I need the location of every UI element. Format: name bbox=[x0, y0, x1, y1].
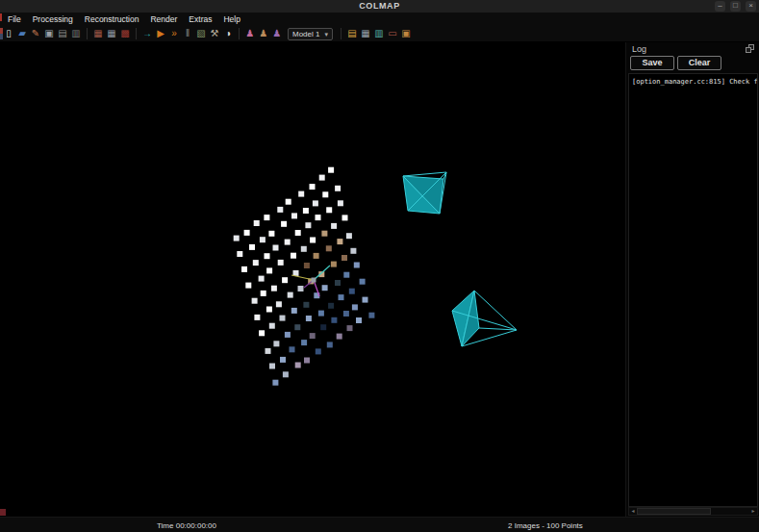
scroll-right-icon[interactable]: ▸ bbox=[749, 508, 757, 515]
point-cloud-point bbox=[316, 348, 321, 354]
point-cloud-point bbox=[322, 191, 328, 197]
edit-project-icon[interactable]: ✎ bbox=[30, 28, 42, 40]
point-cloud-point bbox=[277, 207, 283, 213]
menu-help[interactable]: Help bbox=[217, 13, 245, 26]
point-cloud-point bbox=[326, 207, 332, 213]
minimize-button[interactable]: – bbox=[715, 1, 725, 12]
point-cloud-point bbox=[261, 291, 266, 296]
point-cloud-point bbox=[301, 340, 307, 345]
point-cloud-point bbox=[331, 262, 337, 267]
point-cloud-point bbox=[254, 315, 260, 320]
status-time: Time 00:00:00:00 bbox=[157, 521, 216, 530]
world-origin-point bbox=[312, 278, 316, 283]
scrollbar-thumb[interactable] bbox=[637, 508, 711, 515]
point-cloud-point bbox=[304, 358, 310, 364]
point-cloud-point bbox=[342, 215, 348, 220]
match-matrix-icon[interactable]: ▦ bbox=[359, 28, 371, 40]
database-management-icon[interactable]: ▩ bbox=[119, 28, 132, 40]
statistics-icon[interactable]: ▥ bbox=[372, 28, 385, 40]
step-reconstruction-icon[interactable]: » bbox=[168, 28, 181, 40]
menu-file[interactable]: File bbox=[2, 13, 27, 26]
point-cloud-point bbox=[276, 301, 282, 307]
point-cloud-point bbox=[252, 298, 258, 304]
point-cloud-point bbox=[280, 357, 286, 363]
point-cloud-point bbox=[245, 283, 251, 289]
point-cloud-point bbox=[291, 213, 297, 218]
point-cloud-point bbox=[295, 230, 301, 236]
point-cloud-point bbox=[298, 191, 304, 197]
point-cloud-point bbox=[352, 304, 358, 310]
point-cloud-point bbox=[291, 308, 297, 314]
camera-frustum-edge bbox=[403, 172, 446, 176]
edge-artifact bbox=[0, 34, 3, 39]
point-cloud-point bbox=[304, 263, 310, 268]
grab-image-icon[interactable]: ▭ bbox=[386, 28, 398, 40]
point-cloud-point bbox=[271, 286, 277, 291]
menu-bar: File Processing Reconstruction Render Ex… bbox=[0, 13, 759, 26]
close-button[interactable]: × bbox=[746, 1, 756, 12]
undistortion-icon[interactable]: ▣ bbox=[399, 28, 412, 40]
point-cloud-point bbox=[342, 255, 347, 261]
dense-stereo-icon[interactable]: ♟ bbox=[244, 28, 257, 40]
point-cloud-point bbox=[259, 276, 265, 282]
point-cloud-point bbox=[295, 363, 301, 368]
menu-extras[interactable]: Extras bbox=[183, 13, 217, 26]
point-cloud-point bbox=[314, 253, 319, 259]
bundle-adjustment-icon[interactable]: ▧ bbox=[195, 28, 208, 40]
point-cloud-point bbox=[313, 200, 318, 206]
scroll-left-icon[interactable]: ◂ bbox=[629, 508, 637, 515]
clear-log-button[interactable]: Clear bbox=[677, 56, 721, 70]
point-cloud-point bbox=[288, 292, 293, 298]
menu-render[interactable]: Render bbox=[144, 13, 183, 26]
point-cloud-point bbox=[310, 238, 316, 243]
point-cloud-point bbox=[286, 199, 291, 205]
render-options-icon[interactable]: ◑ bbox=[222, 28, 235, 40]
point-cloud-point bbox=[335, 280, 341, 286]
automatic-reconstruction-icon[interactable]: → bbox=[141, 28, 154, 40]
point-cloud-point bbox=[285, 332, 291, 338]
menu-processing[interactable]: Processing bbox=[27, 13, 79, 26]
chevron-down-icon: ▾ bbox=[324, 29, 328, 39]
log-text-area[interactable]: [option_manager.cc:815] Check f bbox=[628, 73, 758, 507]
feature-extraction-icon[interactable]: ▦ bbox=[92, 28, 105, 40]
point-cloud-point bbox=[322, 285, 328, 291]
menu-reconstruction[interactable]: Reconstruction bbox=[79, 13, 145, 26]
log-panel: Log Save Clear [option_manager.cc:815] C… bbox=[625, 42, 759, 517]
point-cloud-point bbox=[281, 221, 287, 227]
save-log-button[interactable]: Save bbox=[630, 56, 674, 70]
feature-matching-icon[interactable]: ▦ bbox=[106, 28, 118, 40]
point-cloud-point bbox=[310, 184, 316, 190]
start-reconstruction-icon[interactable]: ▶ bbox=[155, 28, 167, 40]
status-bar: Time 00:00:00:00 2 Images - 100 Points bbox=[0, 517, 759, 532]
import-model-icon[interactable]: ▤ bbox=[57, 28, 69, 40]
point-cloud-point bbox=[360, 279, 366, 285]
log-toggle-icon[interactable]: ▤ bbox=[345, 28, 358, 40]
point-cloud-point bbox=[331, 317, 337, 323]
new-project-icon[interactable]: ▯ bbox=[3, 28, 15, 40]
point-cloud-point bbox=[327, 342, 333, 347]
point-cloud-point bbox=[338, 200, 343, 206]
point-cloud-point bbox=[356, 317, 362, 323]
viewport-3d[interactable] bbox=[0, 42, 625, 517]
log-line: [option_manager.cc:815] Check f bbox=[632, 78, 754, 86]
open-project-icon[interactable]: ▰ bbox=[16, 28, 29, 40]
pause-reconstruction-icon[interactable]: ‖ bbox=[182, 28, 194, 40]
toolbar-separator bbox=[239, 28, 240, 39]
toolbar-separator bbox=[87, 28, 88, 39]
dense-reconstruction-icon[interactable]: ⚒ bbox=[209, 28, 221, 40]
dock-float-button[interactable] bbox=[746, 44, 754, 53]
dense-fusion-icon[interactable]: ♟ bbox=[258, 28, 270, 40]
point-cloud-point bbox=[269, 323, 275, 329]
log-horizontal-scrollbar[interactable]: ◂ ▸ bbox=[628, 507, 758, 516]
window-controls: – □ × bbox=[715, 1, 756, 12]
maximize-button[interactable]: □ bbox=[730, 1, 741, 12]
point-cloud-point bbox=[318, 311, 324, 317]
export-model-icon[interactable]: ▥ bbox=[70, 28, 83, 40]
point-cloud-point bbox=[269, 364, 275, 369]
edge-artifact bbox=[0, 13, 2, 21]
toolbar: ▯▰✎▣▤▥▦▦▩→▶»‖▧⚒◑♟♟♟Model 1▾▤▦▥▭▣ bbox=[0, 26, 759, 42]
model-selector[interactable]: Model 1▾ bbox=[288, 28, 333, 40]
dense-meshing-icon[interactable]: ♟ bbox=[271, 28, 284, 40]
point-cloud-point bbox=[368, 313, 374, 318]
save-project-icon[interactable]: ▣ bbox=[43, 28, 56, 40]
